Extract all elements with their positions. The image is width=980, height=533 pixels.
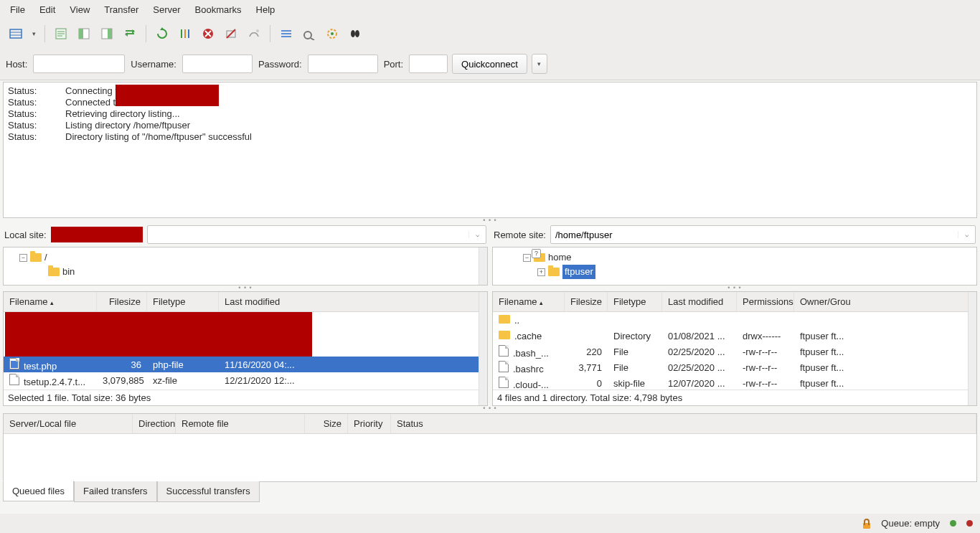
collapse-icon[interactable]: − xyxy=(523,254,531,262)
menu-help[interactable]: Help xyxy=(249,1,283,18)
column-filetype[interactable]: Filetype xyxy=(608,292,662,311)
file-row[interactable]: .cache Directory01/08/2021 ...drwx------… xyxy=(493,328,976,344)
process-queue-button[interactable] xyxy=(175,24,195,44)
quickconnect-button[interactable]: Quickconnect xyxy=(452,54,527,74)
column-filesize[interactable]: Filesize xyxy=(565,292,608,311)
remote-file-list[interactable]: Filename▴ Filesize Filetype Last modifie… xyxy=(492,291,977,406)
menu-bookmarks[interactable]: Bookmarks xyxy=(188,1,249,18)
chevron-down-icon[interactable]: ⌵ xyxy=(958,231,975,238)
quickconnect-dropdown[interactable]: ▾ xyxy=(532,54,547,74)
local-site-label: Local site: xyxy=(4,230,47,240)
port-input[interactable] xyxy=(409,55,448,73)
local-path-combo[interactable]: ⌵ xyxy=(147,225,486,244)
menu-edit[interactable]: Edit xyxy=(32,1,62,18)
file-row[interactable]: tsetup.2.4.7.t... 3,079,885 xz-file 12/2… xyxy=(4,372,487,388)
find-button[interactable] xyxy=(345,24,365,44)
menu-file[interactable]: File xyxy=(3,1,32,18)
site-manager-dropdown[interactable]: ▾ xyxy=(29,30,39,37)
toggle-queue-button[interactable] xyxy=(120,24,140,44)
column-filesize[interactable]: Filesize xyxy=(97,292,147,311)
splitter-handle[interactable]: • • • xyxy=(492,286,977,290)
cancel-button[interactable] xyxy=(198,24,218,44)
scrollbar[interactable] xyxy=(479,292,487,405)
log-message: Retrieving directory listing... xyxy=(65,108,180,120)
sync-browse-button[interactable] xyxy=(322,24,342,44)
tab-queued-files[interactable]: Queued files xyxy=(3,481,74,501)
column-permissions[interactable]: Permissions xyxy=(737,292,794,311)
tab-failed-transfers[interactable]: Failed transfers xyxy=(74,481,157,502)
column-filename[interactable]: Filename▴ xyxy=(493,292,565,311)
menu-view[interactable]: View xyxy=(62,1,97,18)
column-modified[interactable]: Last modified xyxy=(662,292,737,311)
column-priority[interactable]: Priority xyxy=(348,414,391,433)
toggle-local-tree-button[interactable] xyxy=(74,24,94,44)
folder-unknown-icon xyxy=(534,253,545,262)
column-size[interactable]: Size xyxy=(305,414,348,433)
file-row[interactable]: .bash_... 220File02/25/2020 ...-rw-r--r-… xyxy=(493,344,976,359)
column-filetype[interactable]: Filetype xyxy=(147,292,219,311)
username-label: Username: xyxy=(129,59,178,70)
password-input[interactable] xyxy=(308,55,378,73)
column-direction[interactable]: Direction xyxy=(133,414,176,433)
column-server-local[interactable]: Server/Local file xyxy=(4,414,133,433)
column-filename[interactable]: Filename▴ xyxy=(4,292,97,311)
svg-line-24 xyxy=(311,38,314,40)
tree-node-label[interactable]: / xyxy=(44,250,47,265)
queue-status-text: Queue: empty xyxy=(881,518,940,529)
tree-node-label[interactable]: bin xyxy=(62,265,75,279)
local-file-list[interactable]: Filename▴ Filesize Filetype Last modifie… xyxy=(3,291,488,406)
reconnect-button[interactable] xyxy=(244,24,264,44)
column-status[interactable]: Status xyxy=(391,414,976,433)
username-input[interactable] xyxy=(182,55,253,73)
host-input[interactable] xyxy=(33,55,125,73)
local-pane: Local site: ⌵ −/ bin • • • Filename▴ Fil… xyxy=(3,222,488,406)
column-modified[interactable]: Last modified xyxy=(219,292,487,311)
splitter-handle[interactable]: • • • xyxy=(0,406,980,410)
disconnect-button[interactable] xyxy=(221,24,241,44)
lock-icon[interactable] xyxy=(862,519,871,529)
file-row[interactable]: .cloud-... 0skip-file12/07/2020 ...-rw-r… xyxy=(493,375,976,390)
redacted-area xyxy=(5,312,312,357)
directory-compare-button[interactable] xyxy=(299,24,319,44)
refresh-button[interactable] xyxy=(152,24,172,44)
splitter-handle[interactable]: • • • xyxy=(3,286,488,290)
scrollbar[interactable] xyxy=(968,292,976,405)
log-message: Listing directory /home/ftpuser xyxy=(65,120,190,131)
transfer-queue[interactable]: Server/Local file Direction Remote file … xyxy=(3,413,977,482)
expand-icon[interactable]: + xyxy=(537,268,545,276)
svg-point-27 xyxy=(351,30,355,37)
log-message: Directory listing of "/home/ftpuser" suc… xyxy=(65,131,252,143)
filter-button[interactable] xyxy=(276,24,296,44)
remote-path-combo[interactable]: ⌵ xyxy=(550,225,976,244)
tree-node-label[interactable]: ftpuser xyxy=(562,265,595,279)
log-label: Status: xyxy=(8,120,44,131)
folder-icon xyxy=(499,315,510,324)
column-remote-file[interactable]: Remote file xyxy=(176,414,305,433)
chevron-down-icon[interactable]: ⌵ xyxy=(468,231,486,238)
menu-server[interactable]: Server xyxy=(146,1,187,18)
remote-tree[interactable]: −home +ftpuser xyxy=(492,247,977,286)
local-path-input[interactable] xyxy=(148,226,468,243)
log-label: Status: xyxy=(8,85,44,97)
toggle-remote-tree-button[interactable] xyxy=(97,24,117,44)
log-label: Status: xyxy=(8,131,44,143)
toolbar: ▾ xyxy=(0,19,980,48)
local-tree[interactable]: −/ bin xyxy=(3,247,488,286)
collapse-icon[interactable]: − xyxy=(19,254,27,262)
log-message: Connecting to xyxy=(65,85,123,97)
file-row[interactable]: .. xyxy=(493,312,976,328)
svg-rect-8 xyxy=(79,29,83,39)
remote-path-input[interactable] xyxy=(551,226,958,243)
tree-node-label[interactable]: home xyxy=(548,250,572,265)
file-row[interactable]: .bashrc 3,771File02/25/2020 ...-rw-r--r-… xyxy=(493,359,976,375)
file-icon xyxy=(499,345,509,357)
menu-transfer[interactable]: Transfer xyxy=(97,1,146,18)
scrollbar[interactable] xyxy=(479,247,487,285)
file-row[interactable]: test.php 36 php-file 11/16/2020 04:... xyxy=(4,357,487,372)
toggle-log-button[interactable] xyxy=(51,24,71,44)
column-owner[interactable]: Owner/Grou xyxy=(794,292,976,311)
site-manager-button[interactable] xyxy=(6,24,26,44)
tab-successful-transfers[interactable]: Successful transfers xyxy=(157,481,260,502)
message-log[interactable]: Status:Connecting to Status:Connected to… xyxy=(3,82,977,218)
port-label: Port: xyxy=(382,59,405,70)
